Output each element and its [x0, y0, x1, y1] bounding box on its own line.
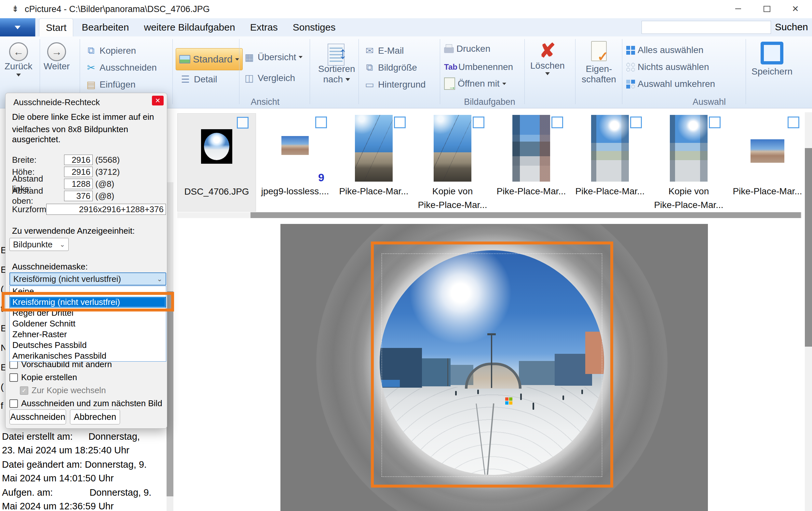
arrow-right-icon: →	[47, 42, 66, 61]
crop-rectangle-dialog: Ausschneide-Rechteck ✕ Die obere linke E…	[5, 93, 167, 429]
kurzform-input[interactable]: 2916x2916+1288+376	[46, 204, 166, 215]
save-button[interactable]: Speichern	[752, 42, 792, 77]
thumb-checkbox[interactable]	[315, 116, 327, 128]
thumb-label: Pike-Place-Mar...	[490, 186, 572, 197]
checkbox-naechstes-bild[interactable]: Ausschneiden und zum nächsten Bild	[9, 398, 162, 408]
select-none-button[interactable]: Nichts auswählen	[626, 62, 709, 72]
horizontal-scrollbar[interactable]	[177, 212, 802, 218]
checkbox-zur-kopie-wechseln[interactable]: ✓ Zur Kopie wechseln	[20, 386, 106, 395]
email-icon: ✉	[364, 45, 375, 56]
select-all-button[interactable]: Alles auswählen	[626, 45, 703, 55]
thumbnail-pike-1[interactable]: Pike-Place-Mar...	[335, 113, 413, 211]
scrollbar-thumb[interactable]	[805, 148, 812, 347]
option-zehner-raster[interactable]: Zehner-Raster	[10, 329, 166, 340]
scissors-icon: ✂	[85, 62, 97, 73]
email-button[interactable]: ✉ E-Mail	[364, 45, 404, 56]
close-button[interactable]: ✕	[788, 2, 803, 16]
thumbnail-pike-kopie-1[interactable]: Kopie von Pike-Place-Mar...	[413, 113, 492, 211]
separator	[524, 39, 525, 104]
field-label: Abstand oben:	[12, 186, 64, 206]
count-badge: 9	[318, 171, 324, 184]
open-with-button[interactable]: Öffnen mit	[444, 78, 506, 90]
sort-by-button[interactable]: ↕ Sortieren nach	[318, 43, 355, 85]
checkbox-icon	[9, 373, 18, 382]
rename-button[interactable]: Tab Umbenennen	[444, 62, 513, 72]
dialog-close-button[interactable]: ✕	[152, 96, 164, 106]
info-panel-scrollbar[interactable]	[167, 182, 173, 511]
checkbox-label: Kopie erstellen	[21, 372, 77, 382]
search-input[interactable]	[641, 21, 771, 34]
option-deutsches-passbild[interactable]: Deutsches Passbild	[10, 340, 166, 350]
field-row-breite: Breite: 2916 (5568)	[12, 154, 120, 165]
abbrechen-button[interactable]: Abbrechen	[70, 409, 120, 424]
ribbon-tab-row: Start Bearbeiten weitere Bildaufgaben Ex…	[0, 18, 812, 36]
thumb-image-street	[670, 115, 707, 181]
restore-button[interactable]	[759, 2, 774, 16]
scrollbar-thumb[interactable]	[251, 212, 801, 218]
separator	[575, 39, 576, 104]
paste-button[interactable]: ▤ Einfügen	[85, 79, 136, 90]
thumb-checkbox[interactable]	[394, 116, 406, 128]
titlebar: ⇟ cPicture4 - C:\Bilder\panorama\DSC_470…	[0, 0, 812, 18]
tab-sonstiges[interactable]: Sonstiges	[286, 18, 342, 36]
thumb-label: Pike-Place-Mar...	[569, 186, 651, 197]
thumb-checkbox[interactable]	[709, 116, 721, 128]
dialog-note-line1: Die obere linke Ecke ist immer auf ein	[12, 112, 154, 122]
copy-button[interactable]: ⧉ Kopieren	[85, 45, 136, 56]
standard-label: Standard	[193, 54, 233, 65]
forward-button[interactable]: → Weiter	[44, 42, 69, 72]
back-button[interactable]: ← Zurück	[5, 42, 32, 77]
thumbnail-jpeg9[interactable]: 9 jpeg9-lossless....	[256, 113, 334, 211]
detail-view-button[interactable]: ☰ Detail	[180, 74, 217, 85]
ausschneiden-button[interactable]: Ausschneiden	[9, 409, 66, 424]
checkbox-kopie-erstellen[interactable]: Kopie erstellen	[9, 372, 77, 382]
thumb-checkbox[interactable]	[788, 116, 799, 128]
abstand-oben-input[interactable]: 376	[64, 191, 93, 201]
thumb-image-panorama	[282, 136, 309, 155]
thumb-checkbox[interactable]	[237, 117, 249, 129]
option-amerikanisches-passbild[interactable]: Amerikanisches Passbild	[10, 350, 166, 361]
overview-button[interactable]: ▦ Übersicht	[243, 51, 302, 63]
compare-button[interactable]: ◫ Vergleich	[243, 72, 295, 84]
thumbnail-pike-4[interactable]: Pike-Place-Mar...	[728, 113, 807, 211]
thumb-checkbox[interactable]	[551, 116, 563, 128]
delete-button[interactable]: ✘ Löschen	[530, 41, 565, 75]
tab-bearbeiten[interactable]: Bearbeiten	[75, 18, 135, 36]
properties-label-line1: Eigen-	[586, 64, 612, 74]
mask-label: Ausschneidemaske:	[12, 262, 88, 272]
preview-canvas[interactable]	[281, 224, 708, 511]
abstand-links-input[interactable]: 1288	[64, 179, 93, 189]
unit-dropdown[interactable]: Bildpunkte ⌄	[9, 238, 69, 251]
properties-button[interactable]: Eigen- schaften	[582, 41, 616, 85]
tab-weitere-bildaufgaben[interactable]: weitere Bildaufgaben	[137, 18, 241, 36]
search-label[interactable]: Suchen	[775, 22, 808, 32]
tab-extras[interactable]: Extras	[244, 18, 284, 36]
open-with-label: Öffnen mit	[458, 79, 500, 89]
delete-x-icon: ✘	[540, 41, 556, 60]
scrollbar-thumb[interactable]	[167, 291, 173, 496]
hoehe-input[interactable]: 2916	[64, 167, 93, 177]
thumbnail-pike-3[interactable]: Pike-Place-Mar...	[571, 113, 649, 211]
thumbnail-pike-kopie-2[interactable]: Kopie von Pike-Place-Mar...	[650, 113, 728, 211]
thumb-checkbox[interactable]	[473, 116, 485, 128]
chevron-down-icon	[502, 83, 506, 85]
field-row-abstand-oben: Abstand oben: 376 (@8)	[12, 191, 114, 201]
standard-view-button[interactable]: Standard	[176, 48, 243, 70]
separator	[310, 39, 310, 104]
invert-selection-button[interactable]: Auswahl umkehren	[626, 79, 715, 89]
background-button[interactable]: ▭ Hintergrund	[364, 79, 426, 90]
vertical-scrollbar[interactable]	[805, 112, 812, 511]
mask-dropdown[interactable]: Kreisförmig (nicht verlustfrei) ⌄	[9, 273, 166, 285]
option-goldener-schnitt[interactable]: Goldener Schnitt	[10, 318, 166, 329]
image-size-button[interactable]: ⧉ Bildgröße	[364, 62, 417, 73]
breite-input[interactable]: 2916	[64, 154, 93, 165]
tab-start[interactable]: Start	[39, 18, 73, 36]
thumbnail-dsc4706[interactable]: DSC_4706.JPG	[177, 113, 256, 211]
rename-label: Umbenennen	[458, 62, 513, 72]
print-button[interactable]: Drucken	[444, 44, 490, 54]
app-menu-button[interactable]	[0, 18, 35, 36]
thumbnail-pike-2[interactable]: Pike-Place-Mar...	[492, 113, 570, 211]
thumb-checkbox[interactable]	[630, 116, 642, 128]
cut-button[interactable]: ✂ Ausschneiden	[85, 62, 157, 73]
minimize-button[interactable]	[731, 2, 746, 16]
